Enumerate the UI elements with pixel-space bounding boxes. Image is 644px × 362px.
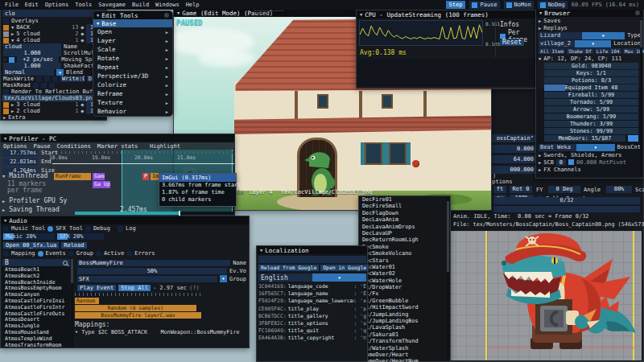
audio-search-input[interactable] — [5, 259, 63, 266]
tree-arrow-icon[interactable]: ▶ — [11, 31, 14, 36]
combo-arrow-icon[interactable]: ▼ — [575, 40, 611, 47]
active-label[interactable]: Active — [104, 250, 124, 257]
edit-tools-titlebar[interactable]: ▼ Edit Tools — [93, 11, 172, 19]
stat-field[interactable]: Gold: 983040 — [544, 63, 638, 69]
audio-list-item[interactable]: AtmosCanyon — [2, 292, 70, 298]
shakefactor-field[interactable]: 1.000 — [3, 63, 61, 69]
layer-swatch[interactable] — [3, 31, 9, 37]
fx-list-item[interactable]: DecLavaUP — [359, 230, 450, 237]
minus-button[interactable]: - — [3, 56, 6, 63]
layer-swatch[interactable] — [3, 109, 9, 114]
group-radio[interactable] — [68, 251, 74, 257]
group-combo[interactable]: SFX — [77, 276, 217, 282]
collapse-icon[interactable]: ▼ — [97, 13, 99, 18]
moving-speed-field[interactable]: +2 px/sec — [17, 56, 59, 63]
localization-row[interactable]: 16F565C7: language_name : 'E — [258, 290, 366, 298]
fx-list-item[interactable]: DecWater02 — [359, 270, 450, 277]
debug-radio[interactable] — [85, 226, 91, 232]
menu-item[interactable]: Tools — [75, 2, 92, 8]
menu-item[interactable]: Help — [186, 2, 200, 8]
cpu-graph[interactable] — [359, 20, 483, 46]
mask-checkbox[interactable] — [49, 83, 55, 88]
audio-list-item[interactable]: AtmosMouseland — [2, 330, 70, 336]
scb-value-field[interactable]: 0 — [556, 159, 566, 166]
profiler-marker-bar[interactable]: Ga Up — [93, 181, 110, 188]
texture-path-field[interactable]: tex/LocVillage/Clouds03.png — [2, 95, 105, 101]
menu-item[interactable]: Options — [45, 2, 69, 8]
stat-field[interactable]: Fireball: 5/99 — [544, 92, 638, 98]
sprite-number-field[interactable]: 64.000 — [487, 155, 535, 163]
audio-list-item[interactable]: AtmosTransformRoom — [2, 343, 70, 349]
tree-arrow-icon[interactable]: ▶ — [11, 102, 14, 107]
sfx-tool-radio[interactable] — [47, 226, 53, 232]
audio-scrollbar[interactable] — [71, 259, 73, 348]
mapping-radio[interactable] — [3, 251, 9, 257]
cpu-titlebar[interactable]: ▼ CPU - UpdateStreaming (100 frames) — [357, 10, 537, 19]
profiler-titlebar[interactable]: ▼ Profiler - PC — [1, 134, 234, 142]
audio-list-item[interactable]: AtmosJungle — [2, 323, 70, 330]
localization-row[interactable]: EA464A3B: title_copyright : '© — [258, 335, 366, 342]
layers-search-input[interactable] — [5, 10, 97, 17]
fx-list-item[interactable]: DecFlagDown — [359, 210, 450, 216]
stat-field[interactable]: Tornado: 5/99 — [544, 99, 638, 105]
visibility-eye-icon[interactable]: ◉ — [80, 38, 84, 43]
events-radio[interactable] — [38, 251, 43, 257]
profiler-marker-bar[interactable]: GameU — [93, 173, 105, 180]
nodmg-toggle[interactable]: NoDmg — [538, 1, 568, 9]
fx-list-item[interactable]: Fx/WaterSplash — [359, 345, 450, 352]
scrollbar-thumb[interactable] — [640, 20, 642, 47]
menu-item[interactable]: Savegame — [98, 2, 126, 8]
shake-off-button[interactable]: Shake Of — [567, 48, 593, 54]
layer-swatch[interactable] — [3, 102, 9, 108]
language-combo[interactable]: English ▼ — [258, 274, 366, 282]
errors-radio[interactable] — [126, 251, 132, 257]
reset-button[interactable]: Reset — [500, 39, 524, 46]
mask-checkbox[interactable] — [52, 76, 58, 82]
stat-field[interactable]: Equipped Item 48 — [544, 84, 638, 91]
fx-list-item[interactable]: Fx/HitImpactSword — [359, 304, 450, 311]
saving-thread-node[interactable]: ▶ Saving Thread — [2, 206, 60, 213]
fx-list-item[interactable]: DecFire01 — [359, 196, 450, 203]
sprite-number-field[interactable]: 0.000 — [487, 145, 535, 153]
fx-list-item[interactable]: DecFireSmall — [359, 203, 450, 209]
combo-arrow-icon[interactable]: ▼ — [220, 275, 227, 282]
flip-button[interactable]: ft — [493, 186, 506, 193]
fx-list-item[interactable]: DecLavaAnim — [359, 216, 450, 223]
mainthread-node[interactable]: ▼ MainThread — [2, 172, 47, 179]
saving-thread-bar[interactable] — [75, 212, 234, 215]
profiler-menu-item[interactable]: Options — [3, 143, 27, 150]
layer-row[interactable]: ▶ 2 cloud 1 ◉ 100 — [1, 108, 106, 114]
events-label[interactable]: Events — [46, 250, 66, 257]
fx-list-item[interactable]: Fx/Sakura01 — [359, 331, 450, 338]
audio-list-item[interactable]: AtmosCastleFireOuts — [2, 311, 70, 318]
profiler-marker-bar[interactable]: RunFrame — [54, 173, 91, 180]
play-event-button[interactable]: Play Event — [77, 285, 116, 291]
collapse-icon[interactable]: ▼ — [539, 10, 542, 15]
edit-tools-menu-item[interactable]: Rotate ▶ — [93, 54, 172, 63]
step-button[interactable]: Step — [446, 1, 466, 9]
errors-label[interactable]: Errors — [134, 250, 155, 257]
edit-tools-menu-item[interactable]: Reframe ▶ — [93, 89, 172, 98]
audio-search[interactable] — [2, 259, 70, 266]
stop-all-button[interactable]: Stop All — [118, 285, 151, 291]
profiler-marker-bar[interactable]: P — [142, 173, 149, 180]
edit-tools-menu-item[interactable]: Layer ▶ — [93, 36, 172, 45]
audio-list-item[interactable]: AtmosTempleWind — [2, 336, 70, 343]
write-off-field[interactable]: Write:Off — [60, 76, 85, 82]
audio-list-item[interactable]: AtmosBossEmptyRoom — [2, 286, 70, 292]
audio-list-item[interactable]: AtmosDesert — [2, 317, 70, 323]
layer-row[interactable]: ▼ 4 cloud 1 ◉ 100 — [1, 37, 106, 43]
combo-arrow-icon[interactable]: ▼ — [576, 144, 614, 151]
life-button[interactable]: Life 104 — [595, 48, 621, 54]
scrollmulx-field[interactable]: 1.000 — [3, 50, 61, 56]
menu-item[interactable]: Windows — [155, 2, 180, 8]
edit-tools-menu-item[interactable]: Perspective/3D ▶ — [93, 72, 172, 80]
localization-row[interactable]: 3C044169: language_code : 'E — [258, 283, 366, 290]
sprite-canvas-grid[interactable] — [424, 231, 642, 360]
collapse-icon[interactable]: ▼ — [360, 12, 362, 17]
close-icon[interactable] — [164, 13, 169, 18]
fx-list-item[interactable]: Fx/JumpLanding — [359, 311, 450, 318]
range-value-field[interactable]: 17.757ms — [2, 150, 38, 157]
edit-tools-menu-item[interactable]: Behavior ▶ — [93, 107, 172, 116]
stat-field[interactable]: Stones: 99/99 — [544, 128, 638, 134]
